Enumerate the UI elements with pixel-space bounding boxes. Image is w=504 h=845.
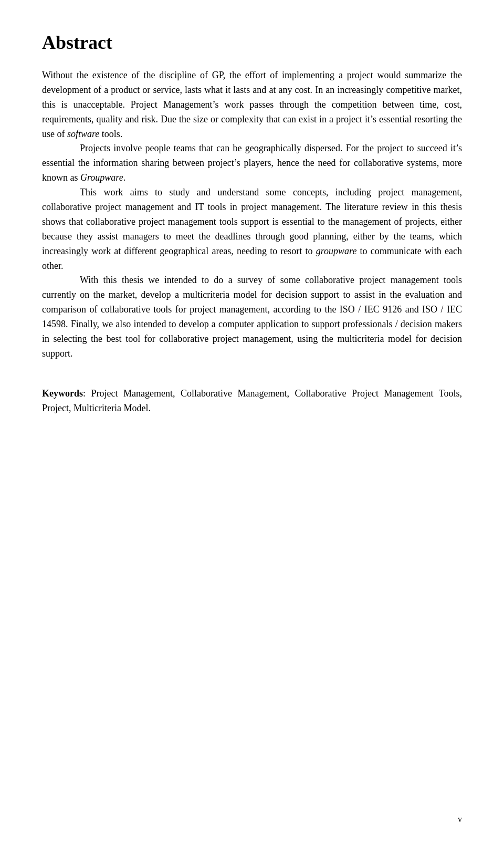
italic-groupware-1: Groupware — [80, 172, 123, 183]
paragraph-1: Without the existence of the discipline … — [42, 68, 462, 141]
italic-groupware-2: groupware — [316, 246, 357, 256]
page-number: v — [458, 815, 462, 824]
paragraph-2: Projects involve people teams that can b… — [42, 141, 462, 185]
keywords-text: : Project Management, Collaborative Mana… — [42, 388, 462, 413]
keywords-line-1: Keywords: Project Management, Collaborat… — [42, 387, 462, 416]
keywords-section: Keywords: Project Management, Collaborat… — [42, 387, 462, 416]
abstract-body: Without the existence of the discipline … — [42, 68, 462, 361]
keywords-label: Keywords — [42, 388, 83, 399]
italic-software: software — [67, 129, 99, 139]
paragraph-4: With this thesis we intended to do a sur… — [42, 273, 462, 361]
paragraph-3: This work aims to study and understand s… — [42, 185, 462, 273]
page: Abstract Without the existence of the di… — [0, 0, 504, 845]
page-title: Abstract — [42, 32, 462, 54]
